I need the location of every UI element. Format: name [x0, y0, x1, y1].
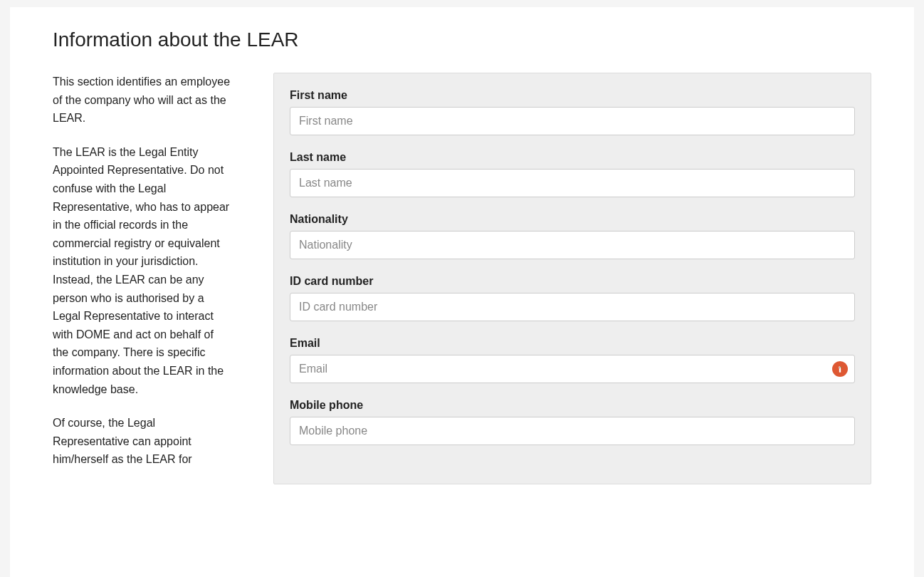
first-name-input[interactable]: [290, 107, 855, 135]
page-container: Information about the LEAR This section …: [10, 7, 914, 577]
description-paragraph-2: The LEAR is the Legal Entity Appointed R…: [53, 143, 231, 398]
id-card-group: ID card number: [290, 275, 855, 321]
first-name-group: First name: [290, 89, 855, 135]
svg-point-1: [839, 368, 840, 368]
last-name-group: Last name: [290, 151, 855, 197]
email-input[interactable]: [290, 355, 855, 383]
id-card-label: ID card number: [290, 275, 855, 288]
first-name-label: First name: [290, 89, 855, 102]
duckduckgo-email-icon[interactable]: [832, 361, 848, 377]
email-label: Email: [290, 337, 855, 350]
mobile-input[interactable]: [290, 417, 855, 445]
mobile-group: Mobile phone: [290, 399, 855, 445]
lear-form-panel: First name Last name Nationality ID card…: [273, 73, 871, 484]
description-column: This section identifies an employee of t…: [53, 73, 231, 484]
page-title: Information about the LEAR: [53, 28, 871, 51]
nationality-group: Nationality: [290, 213, 855, 259]
last-name-label: Last name: [290, 151, 855, 164]
nationality-label: Nationality: [290, 213, 855, 226]
mobile-label: Mobile phone: [290, 399, 855, 412]
description-paragraph-3: Of course, the Legal Representative can …: [53, 414, 231, 469]
content-row: This section identifies an employee of t…: [53, 73, 871, 484]
id-card-input[interactable]: [290, 293, 855, 321]
last-name-input[interactable]: [290, 169, 855, 197]
email-group: Email: [290, 337, 855, 383]
nationality-input[interactable]: [290, 231, 855, 259]
description-paragraph-1: This section identifies an employee of t…: [53, 73, 231, 128]
email-input-wrapper: [290, 355, 855, 383]
